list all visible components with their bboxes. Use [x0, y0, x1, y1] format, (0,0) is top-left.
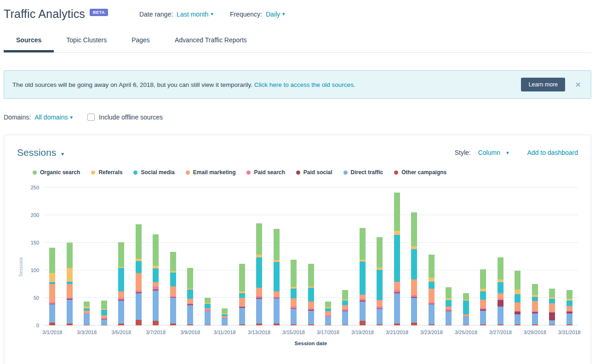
bar-segment[interactable] — [205, 298, 211, 303]
style-dropdown[interactable]: Column — [478, 149, 500, 156]
stacked-bar-3/31/2018[interactable] — [566, 290, 572, 325]
bar-segment[interactable] — [308, 311, 314, 324]
stacked-bar-3/8/2018[interactable] — [170, 252, 176, 325]
bar-segment[interactable] — [256, 324, 262, 325]
bar-segment[interactable] — [118, 242, 124, 267]
old-sources-link[interactable]: Click here to access the old sources. — [254, 81, 355, 88]
legend-item-direct-traffic[interactable]: Direct traffic — [343, 169, 383, 176]
bar-segment[interactable] — [308, 264, 314, 286]
bar-segment[interactable] — [153, 234, 159, 266]
bar-segment[interactable] — [49, 284, 55, 302]
bar-segment[interactable] — [153, 268, 159, 282]
bar-segment[interactable] — [549, 313, 555, 320]
bar-segment[interactable] — [67, 324, 73, 325]
bar-segment[interactable] — [67, 300, 73, 324]
bar-segment[interactable] — [498, 300, 503, 307]
bar-segment[interactable] — [377, 270, 383, 300]
bar-segment[interactable] — [429, 289, 435, 302]
bar-segment[interactable] — [49, 273, 55, 282]
legend-item-referrals[interactable]: Referrals — [91, 169, 122, 176]
bar-segment[interactable] — [429, 278, 435, 282]
bar-segment[interactable] — [342, 311, 348, 325]
include-offline-checkbox[interactable] — [87, 114, 95, 121]
legend-item-organic-search[interactable]: Organic search — [33, 169, 80, 176]
bar-segment[interactable] — [411, 298, 417, 323]
bar-segment[interactable] — [411, 279, 417, 295]
bar-segment[interactable] — [394, 193, 400, 231]
bar-segment[interactable] — [394, 324, 400, 325]
bar-segment[interactable] — [566, 301, 572, 306]
bar-segment[interactable] — [170, 324, 176, 325]
stacked-bar-3/24/2018[interactable] — [446, 287, 452, 325]
bar-segment[interactable] — [480, 269, 486, 289]
bar-segment[interactable] — [84, 314, 90, 325]
bar-segment[interactable] — [480, 311, 486, 324]
stacked-bar-3/12/2018[interactable] — [239, 264, 245, 325]
bar-segment[interactable] — [153, 290, 159, 321]
bar-segment[interactable] — [498, 257, 503, 279]
bar-segment[interactable] — [480, 324, 486, 325]
bar-segment[interactable] — [549, 303, 555, 312]
learn-more-button[interactable]: Learn more — [521, 78, 565, 91]
bar-segment[interactable] — [187, 299, 193, 303]
bar-segment[interactable] — [308, 288, 314, 301]
bar-segment[interactable] — [342, 290, 348, 299]
bar-segment[interactable] — [49, 323, 55, 325]
bar-segment[interactable] — [222, 325, 228, 325]
stacked-bar-3/29/2018[interactable] — [532, 284, 538, 325]
tab-topic-clusters[interactable]: Topic Clusters — [54, 29, 119, 52]
stacked-bar-3/22/2018[interactable] — [411, 212, 417, 325]
bar-segment[interactable] — [342, 325, 348, 325]
stacked-bar-3/20/2018[interactable] — [377, 237, 383, 325]
bar-segment[interactable] — [291, 289, 297, 299]
chevron-down-icon[interactable]: ▾ — [506, 150, 509, 156]
bar-segment[interactable] — [394, 235, 400, 282]
legend-item-other-campaigns[interactable]: Other campaigns — [394, 169, 446, 176]
bar-segment[interactable] — [187, 268, 193, 288]
stacked-bar-3/28/2018[interactable] — [515, 271, 521, 325]
bar-segment[interactable] — [515, 302, 521, 311]
bar-segment[interactable] — [377, 237, 383, 267]
stacked-bar-3/9/2018[interactable] — [187, 268, 193, 325]
bar-segment[interactable] — [498, 307, 503, 324]
bar-segment[interactable] — [411, 212, 417, 246]
bar-segment[interactable] — [136, 224, 142, 258]
bar-segment[interactable] — [498, 282, 503, 293]
bar-segment[interactable] — [222, 308, 228, 313]
bar-segment[interactable] — [429, 304, 435, 324]
bar-segment[interactable] — [101, 310, 107, 315]
bar-segment[interactable] — [101, 325, 107, 325]
bar-segment[interactable] — [429, 282, 435, 288]
bar-segment[interactable] — [274, 229, 280, 260]
bar-segment[interactable] — [325, 301, 331, 307]
bar-segment[interactable] — [325, 311, 331, 316]
add-to-dashboard-link[interactable]: Add to dashboard — [527, 149, 578, 156]
bar-segment[interactable] — [549, 299, 555, 303]
bar-segment[interactable] — [549, 320, 555, 325]
tab-advanced-traffic-reports[interactable]: Advanced Traffic Reports — [162, 29, 259, 52]
bar-segment[interactable] — [136, 261, 142, 273]
bar-segment[interactable] — [394, 282, 400, 290]
stacked-bar-3/17/2018[interactable] — [325, 301, 331, 325]
bar-segment[interactable] — [49, 304, 55, 323]
bar-segment[interactable] — [325, 325, 331, 325]
tab-pages[interactable]: Pages — [119, 29, 162, 52]
bar-segment[interactable] — [274, 291, 280, 297]
stacked-bar-3/19/2018[interactable] — [360, 228, 366, 325]
bar-segment[interactable] — [84, 325, 90, 325]
bar-segment[interactable] — [515, 324, 521, 325]
bar-segment[interactable] — [118, 291, 124, 298]
bar-segment[interactable] — [274, 324, 280, 325]
bar-segment[interactable] — [515, 290, 521, 294]
stacked-bar-3/21/2018[interactable] — [394, 193, 400, 325]
stacked-bar-3/18/2018[interactable] — [342, 290, 348, 325]
bar-segment[interactable] — [446, 300, 452, 307]
bar-segment[interactable] — [256, 288, 262, 296]
bar-segment[interactable] — [480, 291, 486, 300]
bar-segment[interactable] — [222, 318, 228, 324]
bar-segment[interactable] — [446, 311, 452, 325]
bar-segment[interactable] — [377, 309, 383, 324]
stacked-bar-3/27/2018[interactable] — [498, 257, 503, 325]
bar-segment[interactable] — [342, 305, 348, 310]
bar-segment[interactable] — [515, 294, 521, 302]
